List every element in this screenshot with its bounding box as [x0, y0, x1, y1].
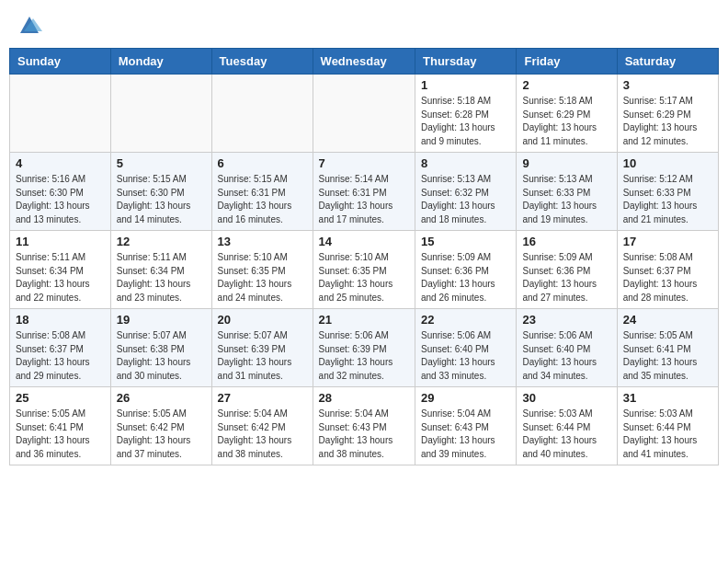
day-number: 31 [623, 391, 712, 405]
day-info: Sunrise: 5:13 AM Sunset: 6:33 PM Dayligh… [522, 173, 610, 226]
day-info: Sunrise: 5:03 AM Sunset: 6:44 PM Dayligh… [623, 408, 712, 461]
day-number: 12 [117, 235, 206, 248]
calendar-cell: 2Sunrise: 5:18 AM Sunset: 6:29 PM Daylig… [517, 75, 617, 153]
day-info: Sunrise: 5:18 AM Sunset: 6:29 PM Dayligh… [522, 95, 610, 148]
day-info: Sunrise: 5:06 AM Sunset: 6:40 PM Dayligh… [421, 329, 510, 383]
day-info: Sunrise: 5:15 AM Sunset: 6:31 PM Dayligh… [218, 173, 307, 226]
day-info: Sunrise: 5:16 AM Sunset: 6:30 PM Dayligh… [16, 173, 105, 226]
calendar-cell: 15Sunrise: 5:09 AM Sunset: 6:36 PM Dayli… [415, 231, 517, 309]
day-info: Sunrise: 5:13 AM Sunset: 6:32 PM Dayligh… [421, 173, 510, 226]
day-info: Sunrise: 5:11 AM Sunset: 6:34 PM Dayligh… [16, 251, 105, 304]
day-number: 13 [218, 235, 307, 248]
weekday-header-sunday: Sunday [10, 49, 111, 75]
day-number: 17 [623, 235, 712, 248]
weekday-header-monday: Monday [110, 49, 211, 75]
weekday-header-saturday: Saturday [617, 49, 718, 75]
day-number: 24 [623, 313, 712, 327]
day-number: 4 [16, 156, 105, 170]
day-info: Sunrise: 5:18 AM Sunset: 6:28 PM Dayligh… [421, 95, 510, 148]
day-number: 16 [522, 235, 610, 248]
day-info: Sunrise: 5:05 AM Sunset: 6:41 PM Dayligh… [623, 329, 712, 383]
day-info: Sunrise: 5:03 AM Sunset: 6:44 PM Dayligh… [522, 408, 610, 461]
calendar-cell [211, 75, 313, 153]
calendar-cell: 12Sunrise: 5:11 AM Sunset: 6:34 PM Dayli… [110, 231, 211, 309]
day-number: 14 [319, 235, 409, 248]
day-number: 11 [16, 235, 105, 248]
day-number: 6 [218, 156, 307, 170]
calendar-cell: 13Sunrise: 5:10 AM Sunset: 6:35 PM Dayli… [211, 231, 313, 309]
calendar-cell: 20Sunrise: 5:07 AM Sunset: 6:39 PM Dayli… [211, 309, 313, 387]
calendar-cell [313, 75, 415, 153]
calendar-cell: 4Sunrise: 5:16 AM Sunset: 6:30 PM Daylig… [10, 153, 111, 231]
day-number: 3 [623, 78, 712, 92]
day-number: 20 [218, 313, 307, 327]
calendar-cell: 8Sunrise: 5:13 AM Sunset: 6:32 PM Daylig… [415, 153, 517, 231]
calendar-week-3: 11Sunrise: 5:11 AM Sunset: 6:34 PM Dayli… [10, 231, 719, 309]
day-number: 30 [522, 391, 610, 405]
calendar-cell: 11Sunrise: 5:11 AM Sunset: 6:34 PM Dayli… [10, 231, 111, 309]
day-info: Sunrise: 5:05 AM Sunset: 6:42 PM Dayligh… [117, 408, 206, 461]
day-info: Sunrise: 5:10 AM Sunset: 6:35 PM Dayligh… [218, 251, 307, 304]
calendar-cell: 6Sunrise: 5:15 AM Sunset: 6:31 PM Daylig… [211, 153, 313, 231]
day-info: Sunrise: 5:04 AM Sunset: 6:42 PM Dayligh… [218, 408, 307, 461]
calendar-cell: 18Sunrise: 5:08 AM Sunset: 6:37 PM Dayli… [10, 309, 111, 387]
calendar-cell: 29Sunrise: 5:04 AM Sunset: 6:43 PM Dayli… [415, 387, 517, 465]
calendar-cell: 27Sunrise: 5:04 AM Sunset: 6:42 PM Dayli… [211, 387, 313, 465]
calendar-cell: 17Sunrise: 5:08 AM Sunset: 6:37 PM Dayli… [617, 231, 718, 309]
day-info: Sunrise: 5:04 AM Sunset: 6:43 PM Dayligh… [421, 408, 510, 461]
weekday-header-thursday: Thursday [415, 49, 517, 75]
day-number: 2 [522, 78, 610, 92]
day-number: 23 [522, 313, 610, 327]
weekday-header-tuesday: Tuesday [211, 49, 313, 75]
day-number: 9 [522, 156, 610, 170]
calendar-cell: 26Sunrise: 5:05 AM Sunset: 6:42 PM Dayli… [110, 387, 211, 465]
calendar-cell: 3Sunrise: 5:17 AM Sunset: 6:29 PM Daylig… [617, 75, 718, 153]
calendar-cell: 16Sunrise: 5:09 AM Sunset: 6:36 PM Dayli… [517, 231, 617, 309]
calendar-cell: 31Sunrise: 5:03 AM Sunset: 6:44 PM Dayli… [617, 387, 718, 465]
day-number: 18 [16, 313, 105, 327]
calendar-cell: 5Sunrise: 5:15 AM Sunset: 6:30 PM Daylig… [110, 153, 211, 231]
day-info: Sunrise: 5:11 AM Sunset: 6:34 PM Dayligh… [117, 251, 206, 304]
day-number: 7 [319, 156, 409, 170]
calendar-cell: 30Sunrise: 5:03 AM Sunset: 6:44 PM Dayli… [517, 387, 617, 465]
day-info: Sunrise: 5:10 AM Sunset: 6:35 PM Dayligh… [319, 251, 409, 304]
calendar-cell: 22Sunrise: 5:06 AM Sunset: 6:40 PM Dayli… [415, 309, 517, 387]
day-number: 10 [623, 156, 712, 170]
day-info: Sunrise: 5:17 AM Sunset: 6:29 PM Dayligh… [623, 95, 712, 148]
day-info: Sunrise: 5:14 AM Sunset: 6:31 PM Dayligh… [319, 173, 409, 226]
day-number: 26 [117, 391, 206, 405]
calendar-week-1: 1Sunrise: 5:18 AM Sunset: 6:28 PM Daylig… [10, 75, 719, 153]
page-header [9, 9, 719, 42]
day-number: 25 [16, 391, 105, 405]
weekday-header-row: SundayMondayTuesdayWednesdayThursdayFrid… [10, 49, 719, 75]
calendar-cell: 7Sunrise: 5:14 AM Sunset: 6:31 PM Daylig… [313, 153, 415, 231]
day-number: 27 [218, 391, 307, 405]
day-number: 22 [421, 313, 510, 327]
day-info: Sunrise: 5:08 AM Sunset: 6:37 PM Dayligh… [16, 329, 105, 383]
calendar-cell: 21Sunrise: 5:06 AM Sunset: 6:39 PM Dayli… [313, 309, 415, 387]
weekday-header-wednesday: Wednesday [313, 49, 415, 75]
calendar-cell: 28Sunrise: 5:04 AM Sunset: 6:43 PM Dayli… [313, 387, 415, 465]
day-info: Sunrise: 5:04 AM Sunset: 6:43 PM Dayligh… [319, 408, 409, 461]
day-number: 15 [421, 235, 510, 248]
logo [17, 13, 46, 39]
day-number: 29 [421, 391, 510, 405]
calendar-cell: 9Sunrise: 5:13 AM Sunset: 6:33 PM Daylig… [517, 153, 617, 231]
calendar-cell: 10Sunrise: 5:12 AM Sunset: 6:33 PM Dayli… [617, 153, 718, 231]
calendar-cell: 1Sunrise: 5:18 AM Sunset: 6:28 PM Daylig… [415, 75, 517, 153]
calendar-cell [110, 75, 211, 153]
calendar-week-2: 4Sunrise: 5:16 AM Sunset: 6:30 PM Daylig… [10, 153, 719, 231]
calendar-cell: 25Sunrise: 5:05 AM Sunset: 6:41 PM Dayli… [10, 387, 111, 465]
day-info: Sunrise: 5:09 AM Sunset: 6:36 PM Dayligh… [522, 251, 610, 304]
day-info: Sunrise: 5:15 AM Sunset: 6:30 PM Dayligh… [117, 173, 206, 226]
day-number: 1 [421, 78, 510, 92]
day-info: Sunrise: 5:12 AM Sunset: 6:33 PM Dayligh… [623, 173, 712, 226]
day-number: 5 [117, 156, 206, 170]
calendar-week-5: 25Sunrise: 5:05 AM Sunset: 6:41 PM Dayli… [10, 387, 719, 465]
calendar-cell: 23Sunrise: 5:06 AM Sunset: 6:40 PM Dayli… [517, 309, 617, 387]
day-info: Sunrise: 5:06 AM Sunset: 6:40 PM Dayligh… [522, 329, 610, 383]
day-number: 19 [117, 313, 206, 327]
day-info: Sunrise: 5:05 AM Sunset: 6:41 PM Dayligh… [16, 408, 105, 461]
day-number: 8 [421, 156, 510, 170]
day-info: Sunrise: 5:07 AM Sunset: 6:39 PM Dayligh… [218, 329, 307, 383]
